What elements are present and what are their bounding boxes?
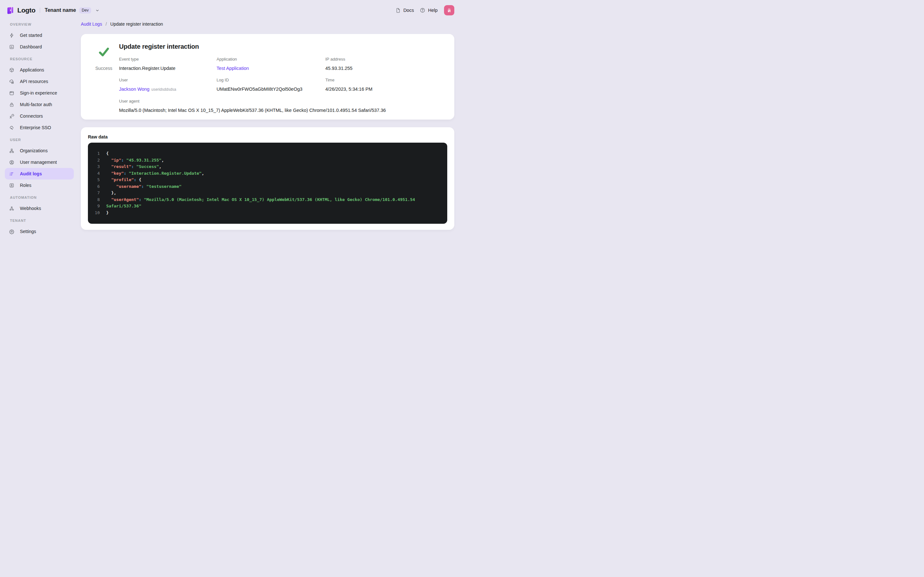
line-number: 10 — [88, 210, 100, 216]
help-circle-icon — [420, 7, 425, 13]
chevron-down-icon — [95, 8, 100, 13]
sidebar-item-organizations[interactable]: Organizations — [5, 145, 74, 156]
sidebar-item-applications[interactable]: Applications — [5, 64, 74, 76]
field-value: Interaction.Register.Update — [119, 66, 216, 71]
code-line: 6 "username": "testusername" — [88, 183, 442, 190]
line-content: Safari/537.36" — [106, 203, 142, 210]
field-application: ApplicationTest Application — [216, 57, 325, 71]
line-number: 7 — [88, 190, 100, 197]
cloud-key-icon — [9, 125, 15, 131]
help-label: Help — [428, 8, 438, 13]
sidebar-item-label: Sign-in experience — [20, 90, 57, 95]
sidebar-section-label: TENANT — [10, 219, 74, 222]
avatar[interactable]: й — [444, 5, 454, 15]
line-content: "profile": { — [106, 177, 142, 183]
user-circle-icon — [9, 160, 15, 165]
code-line: 10} — [88, 210, 442, 216]
field-label: Log ID — [216, 77, 325, 82]
field-value-text: UMatENw0rFWO5aGbMI8tY2Qol50eOg3 — [216, 87, 302, 92]
field-value: Mozilla/5.0 (Macintosh; Intel Mac OS X 1… — [119, 108, 447, 113]
sidebar-section-automation: AUTOMATIONWebhooks — [5, 195, 74, 214]
field-value-text: Mozilla/5.0 (Macintosh; Intel Mac OS X 1… — [119, 108, 386, 113]
field-value-link[interactable]: Test Application — [216, 66, 249, 71]
sidebar: OVERVIEWGet startedDashboardRESOURCEAppl… — [0, 21, 81, 243]
field-label: IP address — [325, 57, 447, 61]
sidebar-item-roles[interactable]: Roles — [5, 179, 74, 191]
help-button[interactable]: Help — [420, 7, 438, 13]
detail-fields-grid: Event typeInteraction.Register.UpdateApp… — [119, 57, 447, 113]
log-detail-card: Success Update register interaction Even… — [81, 34, 454, 119]
status-label: Success — [95, 66, 112, 71]
sidebar-item-connectors[interactable]: Connectors — [5, 110, 74, 122]
code-line: 7 }, — [88, 190, 442, 197]
line-content: } — [106, 210, 109, 216]
code-line: 8 "userAgent": "Mozilla/5.0 (Macintosh; … — [88, 197, 442, 203]
topbar-divider — [40, 8, 40, 13]
line-number: 1 — [88, 150, 100, 157]
line-number: 5 — [88, 177, 100, 183]
top-bar: Logto Tenant name Dev Docs — [0, 0, 462, 21]
line-content: "username": "testusername" — [106, 183, 182, 190]
logto-logo[interactable]: Logto — [5, 5, 35, 15]
connector-icon — [9, 113, 15, 119]
line-content: "key": "Interaction.Register.Update", — [106, 170, 204, 177]
sidebar-section-overview: OVERVIEWGet startedDashboard — [5, 23, 74, 53]
field-label: Event type — [119, 57, 216, 61]
user-id-suffix: useridsddsdsa — [152, 87, 176, 92]
field-label: User agent — [119, 99, 447, 103]
lightning-icon — [9, 33, 15, 38]
line-content: { — [106, 150, 109, 157]
sidebar-item-label: Get started — [20, 33, 42, 38]
sidebar-item-label: Applications — [20, 67, 44, 73]
browser-icon — [9, 90, 15, 96]
sidebar-item-label: Multi-factor auth — [20, 102, 52, 107]
sidebar-item-label: Organizations — [20, 148, 47, 153]
tenant-name: Tenant name — [45, 7, 76, 13]
line-number: 2 — [88, 157, 100, 164]
field-value-link[interactable]: Jackson Wong — [119, 87, 150, 92]
sidebar-item-user-management[interactable]: User management — [5, 156, 74, 168]
id-card-icon — [9, 183, 15, 188]
gear-icon — [9, 229, 15, 234]
code-line: 9Safari/537.36" — [88, 203, 442, 210]
field-label: Time — [325, 77, 447, 82]
breadcrumb: Audit Logs / Update register interaction — [81, 21, 454, 27]
sidebar-item-label: Settings — [20, 229, 36, 234]
field-event-type: Event typeInteraction.Register.Update — [119, 57, 216, 71]
line-content: "result": "Success", — [106, 163, 162, 170]
field-value: Test Application — [216, 66, 325, 71]
sidebar-item-get-started[interactable]: Get started — [5, 29, 74, 41]
code-line: 1{ — [88, 150, 442, 157]
code-line: 3 "result": "Success", — [88, 163, 442, 170]
sidebar-item-multi-factor-auth[interactable]: Multi-factor auth — [5, 99, 74, 110]
line-content: "userAgent": "Mozilla/5.0 (Macintosh; In… — [106, 197, 415, 203]
sidebar-item-audit-logs[interactable]: Audit logs — [5, 168, 74, 179]
sidebar-item-webhooks[interactable]: Webhooks — [5, 203, 74, 214]
sidebar-item-settings[interactable]: Settings — [5, 226, 74, 237]
sidebar-section-label: OVERVIEW — [10, 23, 74, 26]
field-value-text: 45.93.31.255 — [325, 66, 352, 71]
line-number: 6 — [88, 183, 100, 190]
sidebar-item-label: API resources — [20, 79, 48, 84]
tenant-selector[interactable]: Tenant name Dev — [45, 7, 100, 13]
docs-button[interactable]: Docs — [395, 8, 414, 13]
list-icon — [9, 171, 15, 177]
field-log-id: Log IDUMatENw0rFWO5aGbMI8tY2Qol50eOg3 — [216, 77, 325, 92]
line-content: }, — [106, 190, 116, 197]
sidebar-section-label: AUTOMATION — [10, 195, 74, 199]
field-user: UserJackson Wonguseridsddsdsa — [119, 77, 216, 92]
sidebar-item-enterprise-sso[interactable]: Enterprise SSO — [5, 122, 74, 133]
field-label: User — [119, 77, 216, 82]
sidebar-item-label: Webhooks — [20, 206, 41, 211]
sidebar-section-resource: RESOURCEApplicationsAPI resourcesSign-in… — [5, 57, 74, 133]
sidebar-item-api-resources[interactable]: API resources — [5, 76, 74, 87]
sidebar-section-user: USEROrganizationsUser managementAudit lo… — [5, 138, 74, 191]
sidebar-item-sign-in-experience[interactable]: Sign-in experience — [5, 87, 74, 99]
line-content: "ip": "45.93.31.255", — [106, 157, 164, 164]
sidebar-item-dashboard[interactable]: Dashboard — [5, 41, 74, 53]
sidebar-section-label: USER — [10, 138, 74, 142]
field-value: UMatENw0rFWO5aGbMI8tY2Qol50eOg3 — [216, 87, 325, 92]
field-value: 45.93.31.255 — [325, 66, 447, 71]
code-line: 2 "ip": "45.93.31.255", — [88, 157, 442, 164]
breadcrumb-audit-logs-link[interactable]: Audit Logs — [81, 21, 102, 27]
